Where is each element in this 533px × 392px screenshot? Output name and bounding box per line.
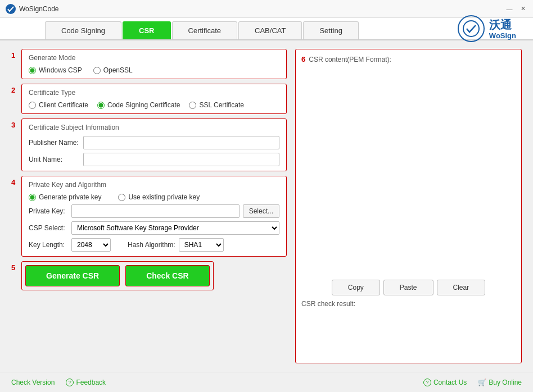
tab-certificate[interactable]: Certificate: [172, 21, 238, 39]
brand-en: WoSign: [489, 31, 516, 40]
private-key-input-row: Private Key: Select...: [29, 204, 279, 218]
gen-private-key-radio[interactable]: [29, 194, 36, 201]
minimize-button[interactable]: —: [505, 4, 514, 13]
window-controls: — ✕: [505, 4, 527, 13]
app-title: WoSignCode: [19, 5, 59, 13]
generate-mode-box: Generate Mode Windows CSP OpenSSL: [21, 49, 287, 79]
step-3-number: 3: [11, 121, 18, 129]
tab-setting[interactable]: Setting: [303, 21, 358, 39]
hash-algorithm-dropdown[interactable]: SHA1 SHA256 SHA384 SHA512: [179, 238, 224, 252]
footer: Check Version ? Feedback ? Contact Us 🛒 …: [0, 372, 533, 392]
step-5-number: 5: [11, 263, 18, 272]
private-key-options: Generate private key Use existing privat…: [29, 193, 279, 201]
cert-subject-grid: Publisher Name: Unit Name:: [29, 136, 279, 166]
generate-csr-button[interactable]: Generate CSR: [25, 265, 120, 286]
tab-csr[interactable]: CSR: [123, 21, 170, 39]
feedback-icon: ?: [66, 379, 74, 386]
close-button[interactable]: ✕: [518, 4, 527, 13]
gen-private-key-option[interactable]: Generate private key: [29, 193, 101, 201]
brand-circle-icon: [458, 15, 485, 42]
openssl-option[interactable]: OpenSSL: [93, 66, 133, 74]
step-6-number: 6: [301, 55, 305, 63]
contact-us-label: Contact Us: [433, 379, 467, 386]
generate-mode-options: Windows CSP OpenSSL: [29, 66, 279, 74]
cert-type-title: Certificate Type: [29, 89, 279, 97]
footer-right: ? Contact Us 🛒 Buy Online: [423, 379, 522, 386]
existing-private-key-label: Use existing private key: [128, 193, 200, 201]
cart-icon: 🛒: [478, 379, 486, 386]
clear-button[interactable]: Clear: [437, 280, 486, 295]
app-logo-icon: [6, 4, 16, 14]
cert-subject-box: Certificate Subject Information Publishe…: [21, 118, 287, 171]
copy-button[interactable]: Copy: [332, 280, 380, 295]
csr-check-label: CSR check result:: [301, 300, 516, 308]
check-version-label: Check Version: [11, 379, 55, 386]
client-cert-radio[interactable]: [29, 102, 36, 109]
step-3-row: 3 Certificate Subject Information Publis…: [11, 118, 287, 171]
private-key-title: Private Key and Algorithm: [29, 181, 279, 189]
csp-select-row: CSP Select: Microsoft Software Key Stora…: [29, 221, 279, 235]
client-cert-label: Client Certificate: [39, 101, 88, 109]
svg-point-0: [6, 4, 16, 14]
hash-algorithm-label: Hash Algorithm:: [128, 241, 175, 249]
existing-private-key-option[interactable]: Use existing private key: [118, 193, 200, 201]
tab-cab-cat[interactable]: CAB/CAT: [238, 21, 302, 39]
openssl-label: OpenSSL: [103, 66, 133, 74]
private-key-label: Private Key:: [29, 207, 68, 215]
step-4-number: 4: [11, 178, 18, 186]
csp-select-dropdown[interactable]: Microsoft Software Key Storage Provider: [71, 221, 279, 235]
step-2-number: 2: [11, 86, 18, 94]
code-signing-cert-radio[interactable]: [97, 102, 105, 109]
key-length-dropdown[interactable]: 2048 1024 4096: [71, 238, 111, 252]
tab-code-signing[interactable]: Code Signing: [45, 21, 121, 39]
key-hash-row: Key Length: 2048 1024 4096 Hash Algorith…: [29, 238, 279, 252]
nav-tabs: Code Signing CSR Certificate CAB/CAT Set…: [0, 18, 533, 40]
windows-csp-option[interactable]: Windows CSP: [29, 66, 82, 74]
cert-type-box: Certificate Type Client Certificate Code…: [21, 84, 287, 114]
cert-type-options: Client Certificate Code Signing Certific…: [29, 101, 279, 109]
generate-mode-title: Generate Mode: [29, 54, 279, 62]
select-key-button[interactable]: Select...: [243, 204, 279, 218]
step-6-header: 6 CSR content(PEM Format):: [301, 55, 516, 63]
contact-icon: ?: [423, 379, 431, 386]
unit-name-label: Unit Name:: [29, 156, 79, 163]
step-4-row: 4 Private Key and Algorithm Generate pri…: [11, 176, 287, 257]
ssl-cert-radio[interactable]: [189, 102, 196, 109]
unit-name-input[interactable]: [83, 153, 279, 166]
private-key-input[interactable]: [71, 204, 240, 218]
contact-us-link[interactable]: ? Contact Us: [423, 379, 467, 386]
ssl-cert-option[interactable]: SSL Certificate: [189, 101, 244, 109]
step-5-row: 5 Generate CSR Check CSR: [11, 261, 287, 290]
buy-online-link[interactable]: 🛒 Buy Online: [478, 379, 522, 386]
cert-subject-title: Certificate Subject Information: [29, 124, 279, 131]
check-csr-button[interactable]: Check CSR: [125, 265, 209, 286]
gen-private-key-label: Generate private key: [39, 193, 101, 201]
key-length-group: Key Length: 2048 1024 4096: [29, 238, 111, 252]
brand-logo: 沃通 WoSign: [458, 15, 516, 42]
check-version-link[interactable]: Check Version: [11, 379, 55, 386]
svg-point-1: [463, 21, 479, 37]
client-cert-option[interactable]: Client Certificate: [29, 101, 88, 109]
left-panel: 1 Generate Mode Windows CSP OpenSSL 2: [11, 49, 287, 363]
ssl-cert-label: SSL Certificate: [199, 101, 244, 109]
titlebar-left: WoSignCode: [6, 4, 59, 14]
right-panel: 6 CSR content(PEM Format): Copy Paste Cl…: [295, 49, 522, 363]
brand-text: 沃通 WoSign: [489, 18, 516, 40]
existing-private-key-radio[interactable]: [118, 194, 125, 201]
code-signing-cert-option[interactable]: Code Signing Certificate: [97, 101, 180, 109]
windows-csp-label: Windows CSP: [39, 66, 82, 74]
csr-content-label: CSR content(PEM Format):: [309, 56, 391, 63]
feedback-link[interactable]: ? Feedback: [66, 379, 106, 386]
main-content: 1 Generate Mode Windows CSP OpenSSL 2: [0, 40, 533, 372]
key-length-label: Key Length:: [29, 241, 68, 249]
titlebar: WoSignCode — ✕: [0, 0, 533, 18]
paste-button[interactable]: Paste: [383, 280, 433, 295]
openssl-radio[interactable]: [93, 67, 101, 74]
footer-left: Check Version ? Feedback: [11, 379, 106, 386]
csr-content-textarea[interactable]: [301, 68, 516, 275]
step-1-number: 1: [11, 51, 18, 60]
publisher-name-input[interactable]: [83, 136, 279, 149]
publisher-name-label: Publisher Name:: [29, 139, 79, 147]
windows-csp-radio[interactable]: [29, 67, 36, 74]
csr-check-textarea[interactable]: [301, 312, 516, 357]
